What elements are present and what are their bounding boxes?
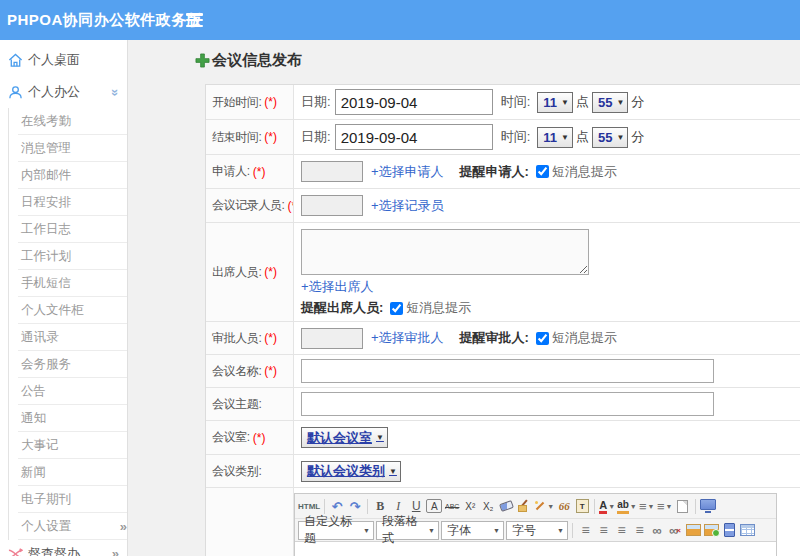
- end-hour-select[interactable]: 11▼: [537, 127, 573, 148]
- applicant-input[interactable]: [301, 161, 363, 182]
- sidebar-item-mobile-sms[interactable]: 手机短信: [18, 270, 127, 297]
- justify-center-icon[interactable]: ≡: [595, 521, 611, 539]
- insert-image-icon[interactable]: [685, 521, 701, 539]
- toolbar-divider: [695, 499, 696, 514]
- sidebar-item-work-log[interactable]: 工作日志: [18, 216, 127, 243]
- sidebar-item-file-cabinet[interactable]: 个人文件柜: [18, 297, 127, 324]
- meeting-room-select[interactable]: 默认会议室▼: [301, 427, 388, 448]
- form-row-approver: 审批人员:(*) +选择审批人 提醒审批人: 短消息提示: [206, 322, 800, 355]
- custom-title-select[interactable]: 自定义标题▼: [298, 521, 374, 540]
- field-label: 会议主题:: [212, 396, 261, 413]
- form-row-meeting-name: 会议名称:(*): [206, 355, 800, 388]
- ordered-list-icon[interactable]: ≡▼: [639, 497, 655, 515]
- format-clear-broom-icon[interactable]: [516, 497, 532, 515]
- subscript-icon[interactable]: X₂: [480, 497, 496, 515]
- sms-tip-label: 短消息提示: [552, 329, 617, 347]
- meeting-category-select[interactable]: 默认会议类别▼: [301, 461, 401, 482]
- select-arrow-icon: ▼: [616, 98, 624, 107]
- autotypeset-icon[interactable]: A: [426, 499, 442, 513]
- sidebar-item-work-plan[interactable]: 工作计划: [18, 243, 127, 270]
- field-label: 开始时间:: [212, 94, 261, 111]
- paste-plain-icon[interactable]: T: [574, 497, 590, 515]
- sidebar-item-contacts[interactable]: 通讯录: [18, 324, 127, 351]
- sidebar-item-e-journal[interactable]: 电子期刊: [18, 486, 127, 513]
- justify-left-icon[interactable]: ≡: [577, 521, 593, 539]
- form-row-start-time: 开始时间:(*) 日期: 时间: 11▼ 点 55▼ 分: [206, 85, 800, 120]
- sidebar-item-label: 督查督办: [28, 545, 112, 556]
- editor-toolbar-row-2: 自定义标题▼ 段落格式▼ 字体▼ 字号▼ ≡ ≡ ≡ ≡ ∞ ∞×: [295, 518, 776, 542]
- sidebar-item-schedule[interactable]: 日程安排: [18, 189, 127, 216]
- end-minute-select[interactable]: 55▼: [592, 127, 628, 148]
- sidebar-item-office[interactable]: 个人办公 »: [0, 76, 127, 108]
- sidebar-item-news[interactable]: 新闻: [18, 459, 127, 486]
- approver-sms-checkbox[interactable]: [536, 332, 549, 345]
- sidebar-item-personal-settings[interactable]: 个人设置 »: [18, 513, 127, 540]
- justify-full-icon[interactable]: ≡: [631, 521, 647, 539]
- meeting-name-input[interactable]: [301, 359, 714, 383]
- choose-recorder-link[interactable]: +选择记录员: [371, 197, 444, 215]
- highlight-color-icon[interactable]: ab▼: [617, 497, 637, 515]
- main-content: 会议信息发布 开始时间:(*) 日期: 时间: 11▼ 点 55▼ 分 结束时间…: [129, 40, 800, 556]
- form-row-applicant: 申请人:(*) +选择申请人 提醒申请人: 短消息提示: [206, 155, 800, 189]
- eraser-icon[interactable]: [498, 497, 514, 515]
- required-mark: (*): [264, 331, 277, 345]
- sidebar-item-internal-mail[interactable]: 内部邮件: [18, 162, 127, 189]
- choose-applicant-link[interactable]: +选择申请人: [371, 163, 444, 181]
- fullscreen-icon[interactable]: [700, 497, 716, 515]
- sidebar-item-messages[interactable]: 消息管理: [18, 135, 127, 162]
- start-hour-select[interactable]: 11▼: [537, 92, 573, 113]
- format-painter-icon[interactable]: ▼: [534, 497, 554, 515]
- sidebar-item-meeting-service[interactable]: 会务服务: [18, 351, 127, 378]
- page-title: 会议信息发布: [212, 51, 302, 70]
- meeting-subject-input[interactable]: [301, 392, 714, 416]
- sidebar-item-label: 个人办公: [28, 83, 112, 101]
- shuffle-icon: [8, 548, 23, 556]
- field-label: 出席人员:: [212, 264, 261, 281]
- sidebar-item-notice[interactable]: 通知: [18, 405, 127, 432]
- app-title: PHPOA协同办公软件政务版: [7, 11, 202, 30]
- page-title-bar: 会议信息发布: [195, 51, 302, 70]
- minute-unit: 分: [631, 128, 644, 146]
- sidebar-item-desktop[interactable]: 个人桌面: [0, 44, 127, 76]
- end-date-input[interactable]: [335, 124, 493, 150]
- hamburger-menu-icon[interactable]: [186, 13, 203, 27]
- date-label: 日期:: [301, 93, 331, 111]
- upload-image-icon[interactable]: [703, 521, 719, 539]
- blockquote-icon[interactable]: 66: [556, 497, 572, 515]
- app-root: PHPOA协同办公软件政务版 个人桌面 个人办公 » 在线考勤 消息管理 内部邮…: [0, 0, 800, 556]
- applicant-sms-checkbox[interactable]: [536, 165, 549, 178]
- editor-content-area[interactable]: [295, 542, 776, 556]
- remove-link-icon[interactable]: ∞×: [667, 521, 683, 539]
- form-row-recorder: 会议记录人员:(*) +选择记录员: [206, 189, 800, 223]
- sidebar-item-major-events[interactable]: 大事记: [18, 432, 127, 459]
- attendees-textarea[interactable]: [301, 229, 589, 275]
- font-family-select[interactable]: 字体▼: [441, 521, 504, 540]
- hour-unit: 点: [576, 128, 589, 146]
- sidebar-item-supervision[interactable]: 督查督办 »: [0, 540, 127, 556]
- unordered-list-icon[interactable]: ≡▼: [657, 497, 673, 515]
- start-minute-select[interactable]: 55▼: [592, 92, 628, 113]
- superscript-icon[interactable]: X²: [462, 497, 478, 515]
- attendees-sms-checkbox[interactable]: [390, 302, 403, 315]
- justify-right-icon[interactable]: ≡: [613, 521, 629, 539]
- strikethrough-icon[interactable]: ABC: [444, 497, 460, 515]
- new-page-icon[interactable]: [675, 497, 691, 515]
- insert-media-icon[interactable]: [721, 521, 737, 539]
- recorder-input[interactable]: [301, 195, 363, 216]
- choose-approver-link[interactable]: +选择审批人: [371, 329, 444, 347]
- sidebar-item-label: 个人桌面: [28, 51, 119, 69]
- choose-attendees-link[interactable]: +选择出席人: [301, 278, 374, 296]
- sidebar-item-attendance[interactable]: 在线考勤: [18, 108, 127, 135]
- start-date-input[interactable]: [335, 89, 493, 115]
- approver-input[interactable]: [301, 328, 363, 349]
- insert-link-icon[interactable]: ∞: [649, 521, 665, 539]
- sidebar-submenu: 在线考勤 消息管理 内部邮件 日程安排 工作日志 工作计划 手机短信 个人文件柜…: [0, 108, 127, 540]
- paragraph-format-select[interactable]: 段落格式▼: [376, 521, 439, 540]
- font-size-select[interactable]: 字号▼: [506, 521, 568, 540]
- sidebar-item-announcement[interactable]: 公告: [18, 378, 127, 405]
- font-color-icon[interactable]: A▼: [599, 497, 615, 515]
- sms-tip-label: 短消息提示: [552, 163, 617, 181]
- meeting-form: 开始时间:(*) 日期: 时间: 11▼ 点 55▼ 分 结束时间:(*) 日期…: [205, 84, 800, 556]
- sidebar: 个人桌面 个人办公 » 在线考勤 消息管理 内部邮件 日程安排 工作日志 工作计…: [0, 40, 128, 556]
- insert-table-icon[interactable]: [739, 521, 755, 539]
